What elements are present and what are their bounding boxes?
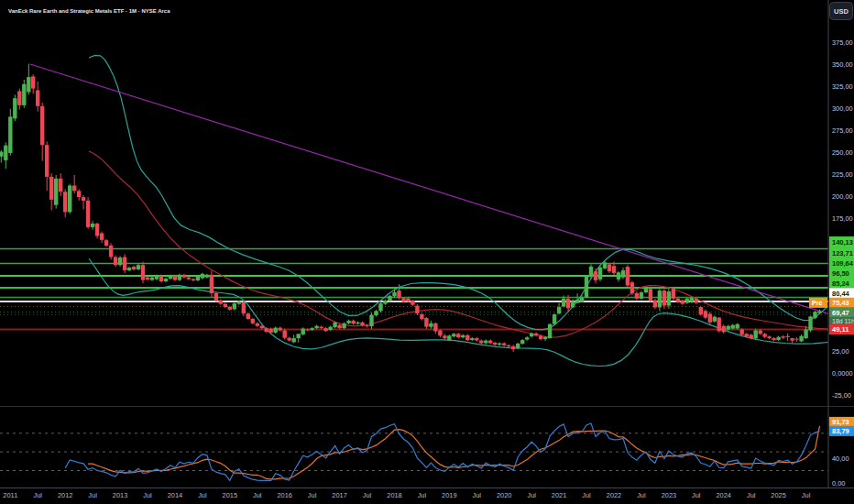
svg-text:Jul: Jul [33,491,42,499]
svg-text:18d 11h: 18d 11h [832,318,854,324]
svg-text:Jul: Jul [253,491,262,499]
svg-text:Jul: Jul [637,491,646,499]
svg-text:2022: 2022 [607,491,621,499]
svg-text:25,00: 25,00 [832,347,849,356]
svg-text:Jul: Jul [582,491,591,499]
svg-text:2019: 2019 [442,491,456,499]
svg-text:49,11: 49,11 [832,325,849,334]
svg-text:109,64: 109,64 [832,259,854,268]
svg-text:85,24: 85,24 [832,279,850,288]
svg-text:0,00: 0,00 [832,479,845,488]
svg-text:2023: 2023 [662,491,676,499]
svg-text:123,71: 123,71 [832,249,853,257]
svg-text:350,00: 350,00 [832,60,853,69]
svg-text:2018: 2018 [387,491,401,499]
svg-text:2020: 2020 [497,491,511,499]
svg-text:2024: 2024 [716,491,730,499]
svg-text:-25,00: -25,00 [832,391,851,400]
svg-text:80,44: 80,44 [832,290,850,298]
svg-text:2025: 2025 [771,491,785,499]
svg-text:Jul: Jul [418,491,427,499]
svg-text:175,00: 175,00 [832,214,853,223]
svg-text:2012: 2012 [58,491,72,499]
svg-text:2011: 2011 [3,491,17,499]
svg-text:83,79: 83,79 [832,427,849,435]
svg-text:200,00: 200,00 [832,192,853,201]
svg-text:300,00: 300,00 [832,104,853,113]
svg-text:0,0000: 0,0000 [832,369,853,378]
svg-text:2017: 2017 [332,491,346,499]
svg-text:275,00: 275,00 [832,126,853,135]
svg-text:Jul: Jul [747,491,756,499]
svg-text:75,43: 75,43 [832,299,849,307]
svg-text:2016: 2016 [277,491,291,499]
svg-text:Jul: Jul [692,491,701,499]
svg-text:Jul: Jul [527,491,536,499]
svg-text:40,00: 40,00 [832,455,849,463]
svg-text:Jul: Jul [473,491,482,499]
svg-text:Jul: Jul [198,491,207,499]
svg-text:225,00: 225,00 [832,170,853,179]
svg-text:Jul: Jul [88,491,97,499]
svg-text:Pré: Pré [812,300,822,306]
svg-text:2015: 2015 [223,491,237,499]
svg-text:Jul: Jul [802,491,811,499]
svg-text:USD: USD [834,7,849,16]
svg-text:325,00: 325,00 [832,82,853,91]
svg-text:Jul: Jul [363,491,372,499]
svg-text:140,13: 140,13 [832,238,853,247]
svg-text:375,00: 375,00 [832,38,853,47]
svg-text:2013: 2013 [113,491,127,499]
svg-text:96,50: 96,50 [832,269,849,278]
svg-text:2021: 2021 [552,491,566,499]
svg-text:250,00: 250,00 [832,148,853,157]
svg-text:Jul: Jul [308,491,317,499]
svg-text:Jul: Jul [143,491,152,499]
svg-text:VanEck Rare Earth and Strategi: VanEck Rare Earth and Strategic Metals E… [8,8,170,14]
svg-text:2014: 2014 [168,491,182,499]
svg-text:91,73: 91,73 [832,418,849,426]
svg-text:69,47: 69,47 [832,309,849,317]
